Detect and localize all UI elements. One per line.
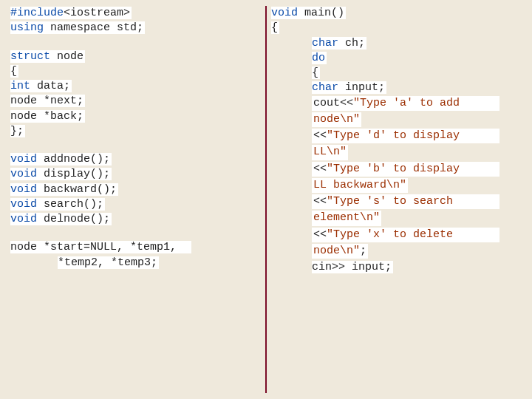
code-token: node bbox=[10, 110, 37, 123]
code-token: backward(); bbox=[37, 183, 117, 196]
code-keyword: #include bbox=[10, 7, 64, 19]
code-string: "Type 'd' to display bbox=[327, 129, 460, 142]
code-column-left: #include<iostream> using namespace std; … bbox=[6, 6, 265, 393]
code-body-block: char ch; do { char input; cout<<"Type 'a… bbox=[312, 36, 522, 276]
code-token: namespace bbox=[44, 21, 117, 34]
code-token: cin bbox=[312, 261, 332, 273]
code-token: search(); bbox=[37, 198, 103, 211]
code-keyword: void bbox=[10, 168, 37, 180]
code-token: display(); bbox=[37, 168, 110, 180]
code-token: input; bbox=[338, 81, 385, 94]
code-keyword: do bbox=[312, 52, 327, 64]
slide-content: #include<iostream> using namespace std; … bbox=[6, 6, 526, 393]
code-token: <iostream> bbox=[64, 7, 130, 19]
code-token: cout<< bbox=[313, 97, 353, 109]
code-token: { bbox=[10, 65, 18, 78]
code-keyword: char bbox=[312, 37, 338, 50]
code-token: *temp2, *temp3; bbox=[58, 256, 159, 269]
code-token: *start=NULL, *temp1, bbox=[37, 241, 177, 253]
code-token: data; bbox=[30, 80, 70, 92]
code-string: "Type 'a' to add bbox=[353, 97, 460, 109]
code-token: }; bbox=[10, 125, 25, 137]
code-keyword: void bbox=[10, 213, 37, 225]
code-string: LL\n" bbox=[312, 145, 348, 160]
code-token: ; bbox=[360, 245, 366, 257]
code-token: *next; bbox=[37, 95, 83, 107]
code-keyword: void bbox=[10, 183, 37, 196]
code-token: node bbox=[10, 95, 37, 107]
code-token: << bbox=[313, 195, 327, 208]
code-token: { bbox=[312, 66, 320, 79]
code-keyword: using bbox=[10, 21, 44, 34]
code-string: node\n" bbox=[312, 112, 361, 127]
code-token: addnode(); bbox=[37, 153, 110, 166]
code-keyword: void bbox=[10, 153, 37, 166]
code-string: node\n" bbox=[313, 245, 360, 257]
code-token: node bbox=[50, 50, 83, 63]
code-token: << bbox=[313, 228, 327, 241]
code-keyword: char bbox=[312, 81, 338, 94]
code-string: element\n" bbox=[312, 211, 381, 225]
blank-line bbox=[10, 227, 261, 240]
code-token: { bbox=[271, 21, 279, 34]
code-token: *back; bbox=[37, 110, 83, 123]
code-string: "Type 's' to search bbox=[327, 195, 453, 208]
code-token: >> input; bbox=[332, 261, 392, 273]
code-string: "Type 'x' to delete bbox=[327, 228, 453, 241]
code-token: << bbox=[313, 129, 327, 142]
code-keyword: void bbox=[271, 7, 298, 19]
blank-line bbox=[10, 139, 261, 152]
code-keyword: void bbox=[10, 198, 37, 211]
code-token: node bbox=[10, 241, 37, 253]
code-token: main() bbox=[298, 7, 344, 19]
code-token: std; bbox=[117, 21, 143, 34]
code-token: delnode(); bbox=[37, 213, 110, 225]
code-keyword: struct bbox=[10, 50, 50, 63]
code-column-right: void main() { char ch; do { char input; … bbox=[267, 6, 526, 393]
code-string: "Type 'b' to display bbox=[327, 163, 460, 175]
code-token: << bbox=[313, 163, 327, 175]
code-token: ch; bbox=[338, 37, 365, 50]
code-string: LL backward\n" bbox=[312, 178, 408, 193]
blank-line bbox=[10, 36, 261, 50]
code-keyword: int bbox=[10, 80, 30, 92]
